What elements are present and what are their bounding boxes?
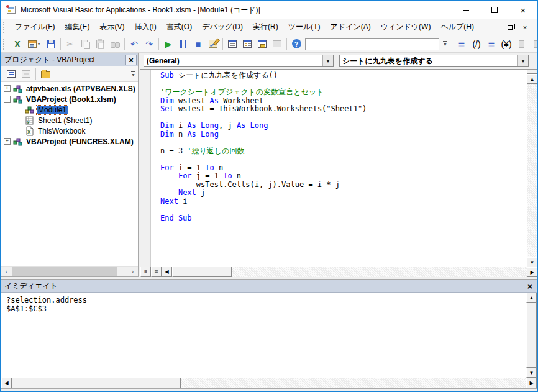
comment-block-button[interactable]: (/)	[469, 37, 484, 52]
code-editor[interactable]: Sub シートに九九表を作成する() 'ワークシートオブジェクトの変数宣言とセッ…	[140, 70, 527, 267]
procedure-dropdown[interactable]: シートに九九表を作成する ▼	[339, 55, 529, 67]
menubar-grip[interactable]	[3, 22, 6, 33]
scrollbar-thumb[interactable]	[526, 303, 537, 368]
scroll-down-icon[interactable]: ▼	[527, 257, 537, 267]
project-panel-titlebar[interactable]: プロジェクト - VBAProject ×	[1, 53, 138, 66]
scroll-left-icon[interactable]: ‹	[1, 267, 12, 277]
scrollbar-thumb[interactable]	[12, 378, 181, 388]
properties-window-button[interactable]	[240, 37, 255, 52]
comment-block-icon: (/)	[472, 40, 480, 48]
design-mode-button[interactable]	[206, 37, 221, 52]
project-explorer-button[interactable]	[225, 37, 240, 52]
breakpoint-margin[interactable]	[140, 70, 151, 267]
tree-item-module1[interactable]: Module1	[1, 104, 138, 115]
menu-item-5[interactable]: 書式(O)	[162, 19, 197, 35]
copy-button[interactable]	[78, 37, 93, 52]
scroll-right-icon[interactable]: ›	[127, 267, 138, 277]
toolbar-grip[interactable]	[3, 39, 6, 50]
tree-item-vbaproject-book1-xlsm-[interactable]: -VBAProject (Book1.xlsm)	[1, 94, 138, 104]
scroll-up-icon[interactable]: ▲	[527, 74, 537, 84]
expand-icon[interactable]: +	[4, 138, 11, 145]
tree-item-atpvbaen-xls-atpvbaen-xls-[interactable]: +atpvbaen.xls (ATPVBAEN.XLS)	[1, 83, 138, 94]
uncomment-block-icon: (¥)	[501, 40, 511, 48]
immediate-vertical-scrollbar[interactable]: ▲ ▼	[526, 293, 537, 378]
run-button[interactable]: ▶	[161, 37, 176, 52]
toggle-bookmark-button[interactable]	[514, 37, 529, 52]
scroll-right-icon[interactable]: ▶	[526, 378, 537, 388]
view-code-button[interactable]	[4, 66, 19, 81]
scroll-left-icon[interactable]: ◀	[1, 378, 12, 388]
close-button[interactable]: ×	[509, 1, 537, 19]
code-text[interactable]: Sub シートに九九表を作成する() 'ワークシートオブジェクトの変数宣言とセッ…	[152, 71, 527, 267]
view-microsoft-excel-button[interactable]: X	[10, 37, 25, 52]
project-panel-close-button[interactable]: ×	[125, 55, 137, 65]
cut-button[interactable]: ✂	[63, 37, 78, 52]
menu-item-11[interactable]: ヘルプ(H)	[435, 19, 479, 35]
procedure-view-button[interactable]: ≡	[140, 267, 151, 277]
toolbar-input[interactable]	[305, 38, 439, 50]
menu-item-8[interactable]: ツール(T)	[283, 19, 326, 35]
scroll-down-icon[interactable]: ▼	[526, 368, 537, 378]
insert-userform-button[interactable]: ▾	[25, 37, 43, 52]
tree-item-vbaproject-funcres-xlam-[interactable]: +VBAProject (FUNCRES.XLAM)	[1, 136, 138, 147]
undo-button[interactable]: ↶	[127, 37, 142, 52]
indent-button[interactable]: ≣	[454, 37, 469, 52]
view-code-icon	[7, 70, 16, 78]
scrollbar-thumb[interactable]	[172, 267, 232, 277]
menu-item-6[interactable]: デバッグ(D)	[197, 19, 248, 35]
break-button[interactable]	[176, 37, 191, 52]
find-button[interactable]	[107, 37, 122, 52]
mdi-restore-button[interactable]	[504, 22, 516, 33]
project-horizontal-scrollbar[interactable]: ‹ ›	[1, 266, 138, 276]
bookmark-icon	[519, 40, 524, 48]
reset-button[interactable]: ■	[191, 37, 206, 52]
paste-button[interactable]	[93, 37, 107, 52]
split-handle[interactable]	[527, 70, 537, 74]
mdi-minimize-button[interactable]	[489, 22, 501, 33]
project-toolbar-options-button[interactable]: ▼	[129, 67, 138, 81]
immediate-input-area[interactable]: ?selection.address $A$1:$C$3	[1, 293, 526, 378]
expand-icon[interactable]: +	[4, 85, 11, 92]
dropdown-button[interactable]: ▼	[517, 55, 528, 66]
object-browser-button[interactable]	[255, 37, 270, 52]
full-module-view-button[interactable]: ≣	[151, 267, 162, 277]
dropdown-button[interactable]: ▼	[322, 55, 333, 66]
minimize-button[interactable]	[452, 1, 480, 19]
object-dropdown[interactable]: (General) ▼	[144, 55, 334, 67]
mdi-close-button[interactable]: ×	[519, 22, 531, 33]
menu-item-2[interactable]: 編集(E)	[60, 19, 94, 35]
toggle-folders-button[interactable]	[38, 66, 53, 81]
menu-item-10[interactable]: ウィンドウ(W)	[376, 19, 436, 35]
mdi-restore-icon	[508, 25, 513, 30]
tree-item-sheet1-sheet1-[interactable]: XSheet1 (Sheet1)	[1, 115, 138, 125]
menu-item-3[interactable]: 表示(V)	[94, 19, 129, 35]
help-button[interactable]: ?	[289, 37, 304, 52]
scroll-up-icon[interactable]: ▲	[526, 293, 537, 303]
menu-item-9[interactable]: アドイン(A)	[326, 19, 376, 35]
next-bookmark-button[interactable]	[529, 37, 538, 52]
scroll-left-icon[interactable]: ◀	[162, 267, 172, 277]
collapse-icon[interactable]: -	[4, 96, 11, 103]
toolbox-button[interactable]	[270, 37, 285, 52]
code-vertical-scrollbar[interactable]: ▲ ▼ ▶	[527, 70, 537, 277]
immediate-close-button[interactable]: ×	[524, 281, 536, 291]
title-bar[interactable]: Microsoft Visual Basic for Applications …	[1, 1, 537, 19]
uncomment-block-button[interactable]: (¥)	[499, 37, 514, 52]
tree-item-thisworkbook[interactable]: XThisWorkbook	[1, 125, 138, 136]
save-button[interactable]	[43, 37, 58, 52]
menu-item-1[interactable]: ファイル(F)	[10, 19, 60, 35]
immediate-titlebar[interactable]: イミディエイト ×	[1, 280, 537, 293]
menu-item-4[interactable]: 挿入(I)	[130, 19, 162, 35]
redo-button[interactable]: ↷	[142, 37, 157, 52]
excel-icon: X	[14, 39, 20, 49]
scroll-right-icon[interactable]: ▶	[527, 267, 537, 277]
menu-item-7[interactable]: 実行(R)	[248, 19, 283, 35]
help-icon: ?	[292, 39, 301, 48]
immediate-horizontal-scrollbar[interactable]: ◀ ▶	[1, 378, 537, 388]
scrollbar-thumb[interactable]	[12, 267, 117, 276]
toolbar-options-button[interactable]: ▼	[440, 37, 450, 51]
view-object-button[interactable]	[19, 66, 34, 81]
outdent-button[interactable]: ≣	[484, 37, 499, 52]
code-horizontal-scrollbar[interactable]: ≡ ≣ ◀	[140, 267, 527, 277]
maximize-button[interactable]	[480, 1, 509, 19]
